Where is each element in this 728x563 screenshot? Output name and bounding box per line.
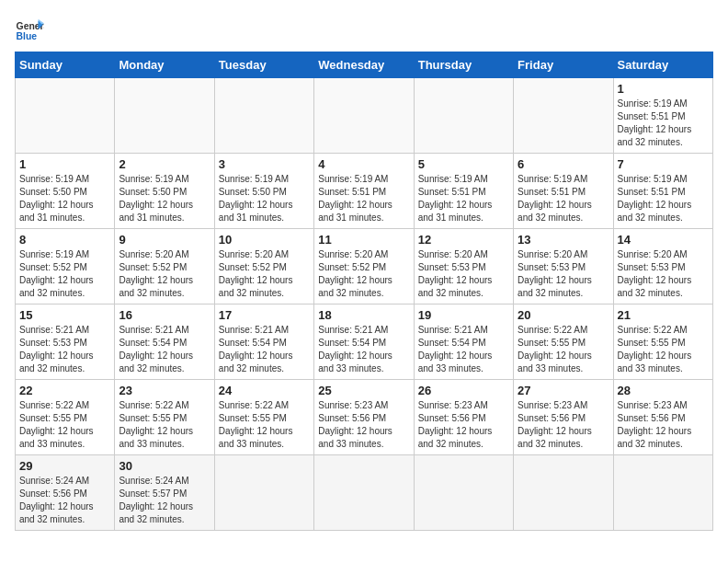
calendar-cell: 4Sunrise: 5:19 AMSunset: 5:51 PMDaylight… <box>314 154 414 229</box>
weekday-header-wednesday: Wednesday <box>314 52 414 78</box>
calendar-cell: 26Sunrise: 5:23 AMSunset: 5:56 PMDayligh… <box>414 380 513 455</box>
day-number: 22 <box>19 384 110 397</box>
day-info: Sunrise: 5:20 AMSunset: 5:52 PMDaylight:… <box>219 248 310 300</box>
day-info: Sunrise: 5:23 AMSunset: 5:56 PMDaylight:… <box>318 399 409 451</box>
day-number: 24 <box>219 384 310 397</box>
day-number: 16 <box>119 308 210 322</box>
calendar-table: SundayMondayTuesdayWednesdayThursdayFrid… <box>15 52 713 531</box>
day-info: Sunrise: 5:19 AMSunset: 5:51 PMDaylight:… <box>618 98 709 149</box>
day-number: 1 <box>618 82 709 96</box>
day-info: Sunrise: 5:23 AMSunset: 5:56 PMDaylight:… <box>518 399 609 451</box>
day-info: Sunrise: 5:22 AMSunset: 5:55 PMDaylight:… <box>19 399 110 451</box>
day-number: 23 <box>119 384 210 397</box>
calendar-cell: 16Sunrise: 5:21 AMSunset: 5:54 PMDayligh… <box>115 304 214 380</box>
day-info: Sunrise: 5:24 AMSunset: 5:56 PMDaylight:… <box>19 475 110 526</box>
calendar-cell: 6Sunrise: 5:19 AMSunset: 5:51 PMDaylight… <box>514 154 613 229</box>
calendar-week-3: 15Sunrise: 5:21 AMSunset: 5:53 PMDayligh… <box>16 304 713 380</box>
calendar-cell: 2Sunrise: 5:19 AMSunset: 5:50 PMDaylight… <box>115 154 214 229</box>
day-number: 11 <box>318 233 409 247</box>
day-info: Sunrise: 5:19 AMSunset: 5:51 PMDaylight:… <box>318 173 409 224</box>
day-number: 13 <box>518 233 609 247</box>
calendar-cell <box>514 78 613 154</box>
calendar-cell: 5Sunrise: 5:19 AMSunset: 5:51 PMDaylight… <box>414 154 513 229</box>
day-number: 2 <box>119 157 210 171</box>
calendar-cell: 22Sunrise: 5:22 AMSunset: 5:55 PMDayligh… <box>16 380 115 455</box>
day-number: 20 <box>518 308 609 322</box>
calendar-cell: 20Sunrise: 5:22 AMSunset: 5:55 PMDayligh… <box>514 304 613 380</box>
day-info: Sunrise: 5:21 AMSunset: 5:54 PMDaylight:… <box>318 324 409 375</box>
calendar-cell: 15Sunrise: 5:21 AMSunset: 5:53 PMDayligh… <box>16 304 115 380</box>
calendar-cell <box>613 455 712 531</box>
calendar-cell <box>414 455 513 531</box>
calendar-cell: 19Sunrise: 5:21 AMSunset: 5:54 PMDayligh… <box>414 304 513 380</box>
calendar-cell: 17Sunrise: 5:21 AMSunset: 5:54 PMDayligh… <box>214 304 313 380</box>
weekday-header-thursday: Thursday <box>414 52 513 78</box>
day-number: 1 <box>19 157 110 171</box>
day-number: 30 <box>119 459 210 473</box>
day-number: 15 <box>19 308 110 322</box>
day-number: 8 <box>19 233 110 247</box>
calendar-cell: 30Sunrise: 5:24 AMSunset: 5:57 PMDayligh… <box>115 455 214 531</box>
day-number: 3 <box>219 157 310 171</box>
calendar-cell: 29Sunrise: 5:24 AMSunset: 5:56 PMDayligh… <box>16 455 115 531</box>
calendar-cell: 18Sunrise: 5:21 AMSunset: 5:54 PMDayligh… <box>314 304 414 380</box>
day-number: 12 <box>418 233 509 247</box>
day-number: 19 <box>418 308 509 322</box>
calendar-cell: 14Sunrise: 5:20 AMSunset: 5:53 PMDayligh… <box>613 229 712 304</box>
calendar-cell: 8Sunrise: 5:19 AMSunset: 5:52 PMDaylight… <box>16 229 115 304</box>
day-number: 26 <box>418 384 509 397</box>
weekday-header-tuesday: Tuesday <box>214 52 313 78</box>
calendar-cell: 1Sunrise: 5:19 AMSunset: 5:51 PMDaylight… <box>613 78 712 154</box>
day-info: Sunrise: 5:19 AMSunset: 5:50 PMDaylight:… <box>19 173 110 224</box>
calendar-week-4: 22Sunrise: 5:22 AMSunset: 5:55 PMDayligh… <box>16 380 713 455</box>
calendar-cell: 9Sunrise: 5:20 AMSunset: 5:52 PMDaylight… <box>115 229 214 304</box>
calendar-week-1: 1Sunrise: 5:19 AMSunset: 5:50 PMDaylight… <box>16 154 713 229</box>
day-info: Sunrise: 5:20 AMSunset: 5:53 PMDaylight:… <box>418 248 509 300</box>
calendar-cell <box>214 455 313 531</box>
day-info: Sunrise: 5:22 AMSunset: 5:55 PMDaylight:… <box>618 324 709 375</box>
day-info: Sunrise: 5:19 AMSunset: 5:51 PMDaylight:… <box>418 173 509 224</box>
day-info: Sunrise: 5:19 AMSunset: 5:50 PMDaylight:… <box>219 173 310 224</box>
calendar-cell: 12Sunrise: 5:20 AMSunset: 5:53 PMDayligh… <box>414 229 513 304</box>
day-info: Sunrise: 5:21 AMSunset: 5:54 PMDaylight:… <box>219 324 310 375</box>
day-info: Sunrise: 5:20 AMSunset: 5:53 PMDaylight:… <box>618 248 709 300</box>
day-number: 17 <box>219 308 310 322</box>
weekday-header-row: SundayMondayTuesdayWednesdayThursdayFrid… <box>16 52 713 78</box>
day-info: Sunrise: 5:20 AMSunset: 5:52 PMDaylight:… <box>119 248 210 300</box>
svg-text:Blue: Blue <box>17 31 38 41</box>
calendar-cell: 7Sunrise: 5:19 AMSunset: 5:51 PMDaylight… <box>613 154 712 229</box>
calendar-cell <box>414 78 513 154</box>
day-number: 6 <box>518 157 609 171</box>
calendar-cell: 21Sunrise: 5:22 AMSunset: 5:55 PMDayligh… <box>613 304 712 380</box>
calendar-cell: 13Sunrise: 5:20 AMSunset: 5:53 PMDayligh… <box>514 229 613 304</box>
calendar-cell: 28Sunrise: 5:23 AMSunset: 5:56 PMDayligh… <box>613 380 712 455</box>
day-info: Sunrise: 5:22 AMSunset: 5:55 PMDaylight:… <box>518 324 609 375</box>
day-info: Sunrise: 5:23 AMSunset: 5:56 PMDaylight:… <box>418 399 509 451</box>
calendar-cell: 24Sunrise: 5:22 AMSunset: 5:55 PMDayligh… <box>214 380 313 455</box>
calendar-week-2: 8Sunrise: 5:19 AMSunset: 5:52 PMDaylight… <box>16 229 713 304</box>
day-number: 29 <box>19 459 110 473</box>
day-info: Sunrise: 5:19 AMSunset: 5:51 PMDaylight:… <box>518 173 609 224</box>
day-info: Sunrise: 5:19 AMSunset: 5:50 PMDaylight:… <box>119 173 210 224</box>
calendar-cell: 25Sunrise: 5:23 AMSunset: 5:56 PMDayligh… <box>314 380 414 455</box>
calendar-cell: 1Sunrise: 5:19 AMSunset: 5:50 PMDaylight… <box>16 154 115 229</box>
day-number: 14 <box>618 233 709 247</box>
calendar-cell <box>514 455 613 531</box>
day-info: Sunrise: 5:21 AMSunset: 5:54 PMDaylight:… <box>119 324 210 375</box>
day-number: 25 <box>318 384 409 397</box>
weekday-header-friday: Friday <box>514 52 613 78</box>
day-number: 21 <box>618 308 709 322</box>
day-info: Sunrise: 5:20 AMSunset: 5:52 PMDaylight:… <box>318 248 409 300</box>
calendar-cell <box>16 78 115 154</box>
calendar-cell: 10Sunrise: 5:20 AMSunset: 5:52 PMDayligh… <box>214 229 313 304</box>
day-info: Sunrise: 5:24 AMSunset: 5:57 PMDaylight:… <box>119 475 210 526</box>
calendar-cell <box>314 78 414 154</box>
day-info: Sunrise: 5:21 AMSunset: 5:54 PMDaylight:… <box>418 324 509 375</box>
calendar-cell: 3Sunrise: 5:19 AMSunset: 5:50 PMDaylight… <box>214 154 313 229</box>
day-number: 28 <box>618 384 709 397</box>
day-info: Sunrise: 5:21 AMSunset: 5:53 PMDaylight:… <box>19 324 110 375</box>
calendar-week-0: 1Sunrise: 5:19 AMSunset: 5:51 PMDaylight… <box>16 78 713 154</box>
calendar-cell: 11Sunrise: 5:20 AMSunset: 5:52 PMDayligh… <box>314 229 414 304</box>
header: General Blue <box>15 15 713 44</box>
day-info: Sunrise: 5:22 AMSunset: 5:55 PMDaylight:… <box>119 399 210 451</box>
